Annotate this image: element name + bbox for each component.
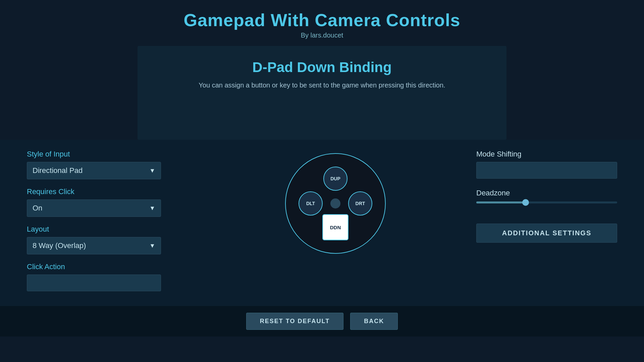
dpad-right-label: DRT [356, 201, 365, 206]
mode-shifting-input[interactable] [476, 162, 617, 179]
card-description: You can assign a button or key to be sen… [158, 81, 486, 89]
right-panel: Mode Shifting Deadzone ADDITIONAL SETTIN… [476, 150, 617, 243]
dpad-up-label: DUP [330, 176, 340, 181]
content-card: D-Pad Down Binding You can assign a butt… [138, 46, 506, 140]
dpad-down-button[interactable]: DDN [322, 214, 348, 240]
deadzone-group: Deadzone [476, 189, 617, 203]
dpad-container: DUP DLT DRT DDN [285, 153, 386, 254]
requires-click-label: Requires Click [27, 187, 195, 196]
settings-area: Style of Input Directional Pad ▼ Require… [0, 140, 644, 306]
click-action-input[interactable] [27, 275, 161, 291]
dpad-right-button[interactable]: DRT [348, 191, 372, 216]
requires-click-group: Requires Click On ▼ [27, 187, 195, 217]
additional-settings-button[interactable]: ADDITIONAL SETTINGS [476, 224, 617, 243]
dpad-down-label: DDN [330, 225, 341, 230]
mode-shifting-group: Mode Shifting [476, 150, 617, 179]
back-button[interactable]: BACK [350, 313, 398, 330]
main-title: Gamepad With Camera Controls [0, 10, 644, 30]
layout-label: Layout [27, 225, 195, 234]
style-of-input-group: Style of Input Directional Pad ▼ [27, 150, 195, 179]
deadzone-slider-track [476, 201, 617, 203]
layout-dropdown[interactable]: 8 Way (Overlap) ▼ [27, 237, 161, 254]
layout-arrow-icon: ▼ [149, 242, 155, 249]
style-of-input-arrow-icon: ▼ [149, 167, 155, 174]
requires-click-arrow-icon: ▼ [149, 205, 155, 212]
left-panel: Style of Input Directional Pad ▼ Require… [27, 150, 195, 299]
layout-value: 8 Way (Overlap) [33, 241, 86, 250]
bottom-bar: RESET TO DEFAULT BACK [0, 306, 644, 337]
style-of-input-dropdown[interactable]: Directional Pad ▼ [27, 162, 161, 179]
click-action-group: Click Action [27, 262, 195, 291]
top-section: Gamepad With Camera Controls By lars.dou… [0, 0, 644, 39]
subtitle: By lars.doucet [0, 32, 644, 39]
requires-click-dropdown[interactable]: On ▼ [27, 199, 161, 217]
card-title: D-Pad Down Binding [158, 59, 486, 75]
deadzone-slider-fill [476, 201, 526, 203]
layout-group: Layout 8 Way (Overlap) ▼ [27, 225, 195, 254]
dpad-center-dot [330, 198, 340, 208]
click-action-label: Click Action [27, 262, 195, 271]
mode-shifting-label: Mode Shifting [476, 150, 617, 159]
style-of-input-label: Style of Input [27, 150, 195, 159]
style-of-input-value: Directional Pad [33, 166, 83, 175]
deadzone-slider-thumb[interactable] [522, 199, 529, 206]
reset-to-default-button[interactable]: RESET TO DEFAULT [246, 313, 343, 330]
center-panel: DUP DLT DRT DDN [195, 150, 476, 254]
dpad-cross: DUP DLT DRT DDN [299, 167, 372, 240]
dpad-left-label: DLT [306, 201, 315, 206]
dpad-left-button[interactable]: DLT [299, 191, 323, 216]
deadzone-label: Deadzone [476, 189, 617, 197]
dpad-up-button[interactable]: DUP [323, 167, 347, 191]
requires-click-value: On [33, 204, 42, 213]
